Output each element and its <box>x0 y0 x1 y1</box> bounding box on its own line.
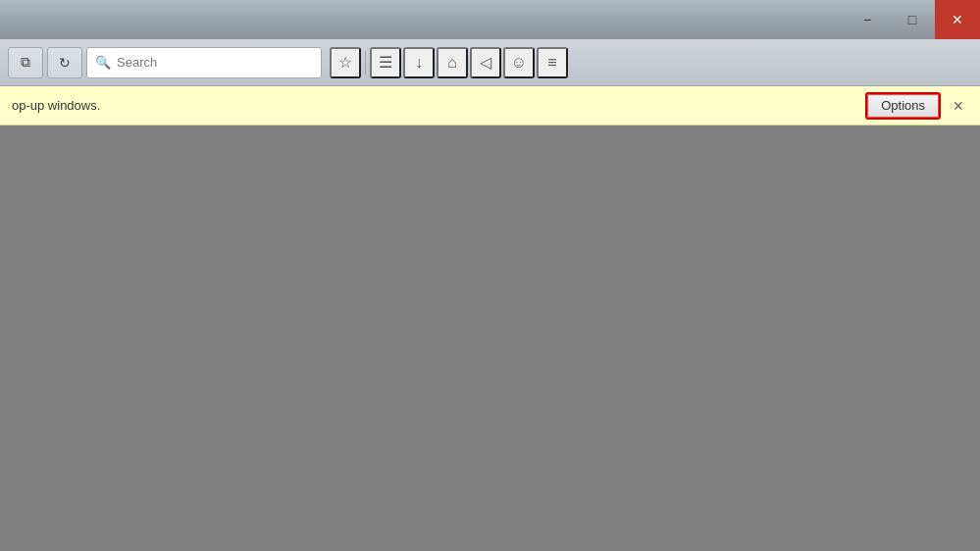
menu-icon: ≡ <box>547 54 556 72</box>
reload-button[interactable]: ↻ <box>47 47 82 78</box>
reading-list-button[interactable]: ☰ <box>370 47 401 78</box>
download-button[interactable]: ↓ <box>403 47 435 78</box>
maximize-button[interactable]: □ <box>890 0 935 39</box>
download-icon: ↓ <box>415 54 423 72</box>
separator-1 <box>365 51 366 75</box>
copy-tab-icon: ⧉ <box>21 54 30 71</box>
bookmark-icon: ☆ <box>338 53 352 72</box>
search-icon: 🔍 <box>95 55 111 70</box>
reload-icon: ↻ <box>59 55 71 71</box>
options-button[interactable]: Options <box>865 92 941 120</box>
smiley-icon: ☺ <box>511 54 527 72</box>
copy-tab-button[interactable]: ⧉ <box>8 47 43 78</box>
title-bar: − □ ✕ <box>0 0 980 39</box>
main-content <box>0 125 980 551</box>
close-button[interactable]: ✕ <box>935 0 980 39</box>
search-input[interactable] <box>117 55 313 70</box>
notification-bar: op-up windows. Options ✕ <box>0 86 980 125</box>
send-button[interactable]: ◁ <box>470 47 501 78</box>
menu-button[interactable]: ≡ <box>537 47 568 78</box>
toolbar-icons: ☆ ☰ ↓ ⌂ ◁ ☺ ≡ <box>330 47 568 78</box>
search-box[interactable]: 🔍 <box>86 47 322 78</box>
close-notification-button[interactable]: ✕ <box>949 96 968 116</box>
home-button[interactable]: ⌂ <box>437 47 468 78</box>
browser-toolbar: ⧉ ↻ 🔍 ☆ ☰ ↓ ⌂ ◁ ☺ ≡ <box>0 39 980 86</box>
send-icon: ◁ <box>480 53 491 72</box>
bookmark-button[interactable]: ☆ <box>330 47 361 78</box>
notification-right: Options ✕ <box>865 92 968 120</box>
notification-text: op-up windows. <box>12 98 100 113</box>
reading-list-icon: ☰ <box>379 53 392 72</box>
window-controls: − □ ✕ <box>845 0 980 39</box>
smiley-button[interactable]: ☺ <box>503 47 535 78</box>
minimize-button[interactable]: − <box>845 0 890 39</box>
home-icon: ⌂ <box>447 54 457 72</box>
